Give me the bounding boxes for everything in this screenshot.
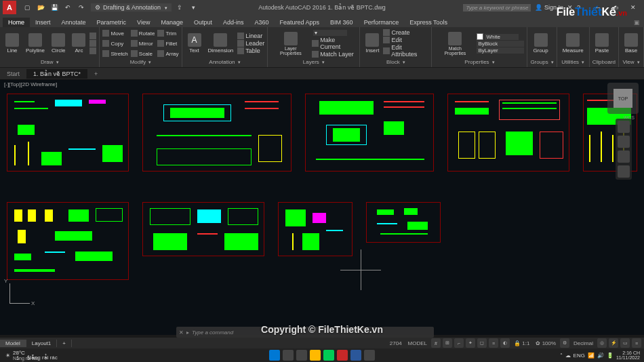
tab-view[interactable]: View (132, 18, 155, 27)
steering-wheel-icon[interactable] (618, 121, 630, 133)
linear-dim-button[interactable]: Linear (237, 33, 264, 39)
block-create-button[interactable]: Create (383, 29, 428, 36)
volume-icon[interactable]: 🔊 (597, 353, 604, 359)
model-toggle[interactable]: MODEL (406, 340, 429, 346)
dimension-button[interactable]: Dimension (205, 28, 237, 58)
file-tab-current[interactable]: 1. Bản vẽ BPTC* (26, 69, 87, 79)
tab-addins[interactable]: Add-ins (218, 18, 249, 27)
mirror-button[interactable]: Mirror (131, 39, 155, 48)
draw-flyout-2[interactable] (89, 40, 96, 47)
anno-scale[interactable]: 🔒 1:1 (512, 340, 531, 346)
hardware-accel-icon[interactable]: ⚡ (609, 338, 618, 348)
text-button[interactable]: AText (185, 28, 204, 58)
open-icon[interactable]: 📂 (35, 2, 46, 13)
lineweight-toggle-icon[interactable]: ≡ (489, 338, 498, 348)
app-button[interactable] (364, 350, 375, 361)
view-cube[interactable]: TOP (607, 83, 639, 114)
grid-toggle-icon[interactable]: # (431, 338, 441, 348)
scale-button[interactable]: Scale (131, 49, 155, 58)
start-button[interactable] (269, 350, 280, 361)
layer-properties-button[interactable]: Layer Properties (270, 28, 310, 58)
zoom-icon[interactable] (618, 150, 630, 163)
tab-parametric[interactable]: Parametric (92, 18, 132, 27)
close-button[interactable]: ✕ (625, 1, 641, 14)
command-close-icon[interactable]: ✕ (179, 329, 184, 336)
base-button[interactable]: Base (622, 28, 641, 58)
autocad-logo[interactable]: A (3, 1, 16, 14)
layer-dropdown[interactable]: ▾ (312, 30, 357, 36)
polyline-button[interactable]: Polyline (23, 28, 47, 58)
match-layer-button[interactable]: Match Layer (312, 51, 357, 58)
array-button[interactable]: Array (157, 49, 178, 58)
make-current-button[interactable]: Make Current (312, 37, 357, 50)
file-tab-start[interactable]: Start (0, 69, 26, 79)
word-button[interactable] (350, 350, 361, 361)
arc-button[interactable]: Arc (69, 28, 88, 58)
search-button[interactable] (283, 350, 294, 361)
tab-bim360[interactable]: BIM 360 (325, 18, 359, 27)
lineweight-dropdown[interactable]: ByBlock (477, 41, 524, 47)
tray-chevron-icon[interactable]: ˄ (560, 353, 563, 359)
snap-toggle-icon[interactable]: ⊞ (443, 338, 452, 348)
tab-home[interactable]: Home (3, 18, 30, 27)
paste-button[interactable]: Paste (592, 28, 611, 58)
wifi-icon[interactable]: 📶 (588, 353, 595, 359)
circle-button[interactable]: Circle (49, 28, 68, 58)
workspace-selector[interactable]: ⚙ Drafting & Annotation (91, 3, 172, 12)
zoom-level[interactable]: ✿ 100% (534, 340, 558, 346)
undo-icon[interactable]: ↶ (62, 2, 73, 13)
fillet-button[interactable]: Fillet (157, 39, 178, 48)
drawing-canvas[interactable]: Y X (0, 80, 644, 335)
tab-annotate[interactable]: Annotate (56, 18, 92, 27)
insert-block-button[interactable]: Insert (363, 28, 382, 58)
explorer-button[interactable] (310, 350, 321, 361)
measure-button[interactable]: Measure (560, 28, 586, 58)
tab-performance[interactable]: Performance (359, 18, 405, 27)
tab-featured-apps[interactable]: Featured Apps (275, 18, 325, 27)
taskbar-clock[interactable]: 2:16 CH 11/11/2022 (616, 350, 640, 360)
layout-tab-add[interactable]: + (57, 340, 72, 347)
table-button[interactable]: Table (237, 47, 264, 54)
group-button[interactable]: Group (530, 28, 550, 58)
tab-manage[interactable]: Manage (155, 18, 188, 27)
help-search-input[interactable]: Type a keyword or phrase (463, 4, 531, 12)
color-dropdown[interactable]: White (477, 33, 524, 40)
ortho-toggle-icon[interactable]: ⌐ (454, 338, 464, 348)
pan-icon[interactable] (618, 136, 630, 148)
customize-icon[interactable]: ≡ (632, 338, 641, 348)
transparency-toggle-icon[interactable]: ◐ (500, 338, 510, 348)
units-readout[interactable]: Decimal (571, 340, 595, 346)
clean-screen-icon[interactable]: ▭ (620, 338, 630, 348)
orbit-icon[interactable] (618, 165, 630, 178)
block-edit-button[interactable]: Edit (383, 37, 428, 43)
line-button[interactable]: Line (3, 28, 22, 58)
tab-insert[interactable]: Insert (30, 18, 56, 27)
trim-button[interactable]: Trim (157, 28, 178, 38)
ribbon-collapse-icon[interactable]: ▣ (630, 18, 644, 27)
tab-express-tools[interactable]: Express Tools (404, 18, 453, 27)
language-indicator[interactable]: ENG (573, 353, 585, 359)
file-tab-new-icon[interactable]: + (87, 69, 104, 79)
polar-toggle-icon[interactable]: ✦ (466, 338, 475, 348)
viewport-label[interactable]: [-][Top][2D Wireframe] (4, 81, 57, 87)
draw-flyout-1[interactable] (89, 33, 96, 39)
onedrive-icon[interactable]: ☁ (565, 353, 571, 359)
qat-dropdown-icon[interactable]: ▾ (188, 2, 199, 13)
tab-output[interactable]: Output (188, 18, 218, 27)
battery-icon[interactable]: 🔋 (607, 353, 613, 359)
isolate-icon[interactable]: ◎ (597, 338, 607, 348)
draw-flyout-3[interactable] (89, 47, 96, 54)
copy-button[interactable]: Copy (102, 39, 127, 48)
workspace-toggle-icon[interactable]: ⚙ (560, 338, 569, 348)
layout-tab-model[interactable]: Model (0, 340, 26, 347)
leader-button[interactable]: Leader (237, 40, 264, 47)
edit-attributes-button[interactable]: Edit Attributes (383, 44, 428, 58)
move-button[interactable]: Move (102, 28, 127, 38)
redo-icon[interactable]: ↷ (76, 2, 87, 13)
layout-tab-layout1[interactable]: Layout1 (26, 340, 57, 347)
save-icon[interactable]: 💾 (49, 2, 60, 13)
rotate-button[interactable]: Rotate (131, 28, 155, 38)
stretch-button[interactable]: Stretch (102, 49, 127, 58)
edge-button[interactable] (323, 350, 334, 361)
tab-a360[interactable]: A360 (249, 18, 275, 27)
